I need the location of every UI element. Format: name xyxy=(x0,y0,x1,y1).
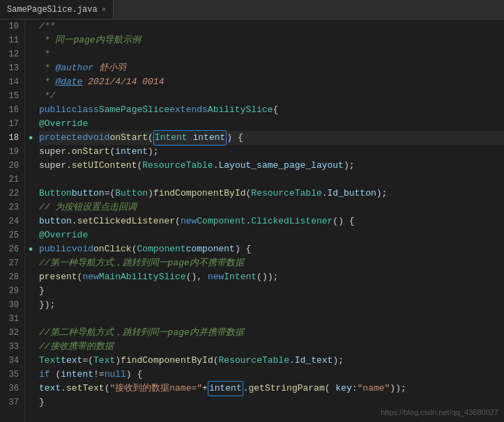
code-line: * @author 舒小羽 xyxy=(39,61,504,75)
line-number: 35 xyxy=(0,368,24,382)
line-number: 37 xyxy=(0,396,24,409)
code-line: //第一种导航方式，跳转到同一page内不携带数据 xyxy=(39,256,504,270)
gutter-cell xyxy=(25,214,36,228)
line-number: 30 xyxy=(0,298,24,312)
line-number: 13 xyxy=(0,61,24,75)
gutter-cell xyxy=(25,368,36,382)
code-line: Button button = (Button) findComponentBy… xyxy=(39,187,504,201)
gutter-cell xyxy=(25,270,36,284)
gutter-cell xyxy=(25,61,36,75)
line-number: 27 xyxy=(0,256,24,270)
code-line: } xyxy=(39,284,504,298)
gutter-cell xyxy=(25,159,36,173)
line-number: 34 xyxy=(0,354,24,368)
line-numbers: 1011121314151617181920212223242526272829… xyxy=(0,19,25,422)
line-number: 18 xyxy=(0,131,24,145)
gutter-cell xyxy=(25,187,36,201)
file-tab[interactable]: SamePageSlice.java × xyxy=(0,0,114,19)
code-line: /** xyxy=(39,19,504,33)
line-number: 36 xyxy=(0,382,24,396)
line-number: 31 xyxy=(0,312,24,326)
gutter-cell xyxy=(25,382,36,396)
line-number: 28 xyxy=(0,270,24,284)
code-line: */ xyxy=(39,89,504,103)
line-number: 26 xyxy=(0,242,24,256)
code-line: * @date 2021/4/14 0014 xyxy=(39,75,504,89)
line-number: 22 xyxy=(0,187,24,201)
code-line: if (intent != null) { xyxy=(39,368,504,382)
gutter-cell xyxy=(25,19,36,33)
gutter-cell xyxy=(25,326,36,340)
gutter-cell xyxy=(25,340,36,354)
gutter-cell xyxy=(25,75,36,89)
code-line: text.setText("接收到的数据name=" + intent.getS… xyxy=(39,382,504,396)
line-number: 15 xyxy=(0,89,24,103)
line-number: 29 xyxy=(0,284,24,298)
code-line: * 同一page内导航示例 xyxy=(39,33,504,47)
line-number: 14 xyxy=(0,75,24,89)
gutter-cell xyxy=(25,298,36,312)
gutter-cell xyxy=(25,354,36,368)
line-number: 19 xyxy=(0,145,24,159)
gutter-cell xyxy=(25,256,36,270)
tab-close[interactable]: × xyxy=(102,6,107,14)
gutter-cell xyxy=(25,117,36,131)
code-line: super.setUIContent(ResourceTable.Layout_… xyxy=(39,159,504,173)
code-line: public void onClick(Component component)… xyxy=(39,242,504,256)
watermark: https://blog.csdn.net/qq_43680027 xyxy=(381,408,498,416)
code-line: }); xyxy=(39,298,504,312)
line-number: 20 xyxy=(0,159,24,173)
gutter-cell xyxy=(25,33,36,47)
gutter-cell xyxy=(25,47,36,61)
tab-filename: SamePageSlice.java xyxy=(7,5,98,15)
line-number: 16 xyxy=(0,103,24,117)
code-line: @Override xyxy=(39,228,504,242)
gutter-cell: ● xyxy=(25,131,36,145)
gutter-cell xyxy=(25,103,36,117)
gutter: ●● xyxy=(25,19,36,422)
gutter-cell: ● xyxy=(25,242,36,256)
line-number: 32 xyxy=(0,326,24,340)
code-line xyxy=(39,312,504,326)
gutter-cell xyxy=(25,396,36,409)
code-line: // 为按钮设置点击回调 xyxy=(39,201,504,214)
code-line: present(new MainAbilitySlice(), new Inte… xyxy=(39,270,504,284)
code-line: button.setClickedListener(new Component.… xyxy=(39,214,504,228)
line-number: 23 xyxy=(0,201,24,214)
editor-container: 1011121314151617181920212223242526272829… xyxy=(0,19,504,422)
line-number: 25 xyxy=(0,228,24,242)
gutter-cell xyxy=(25,284,36,298)
code-line: protected void onStart(Intent intent) { xyxy=(39,131,504,145)
code-line: //第二种导航方式，跳转到同一page内并携带数据 xyxy=(39,326,504,340)
line-number: 10 xyxy=(0,19,24,33)
line-number: 21 xyxy=(0,173,24,187)
code-line: super.onStart(intent); xyxy=(39,145,504,159)
gutter-cell xyxy=(25,312,36,326)
gutter-cell xyxy=(25,201,36,214)
gutter-cell xyxy=(25,89,36,103)
code-line: } xyxy=(39,396,504,409)
code-line: * xyxy=(39,47,504,61)
code-area[interactable]: /** * 同一page内导航示例 * * @author 舒小羽 * @dat… xyxy=(36,19,504,422)
line-number: 33 xyxy=(0,340,24,354)
code-line xyxy=(39,173,504,187)
line-number: 11 xyxy=(0,33,24,47)
gutter-cell xyxy=(25,173,36,187)
gutter-cell xyxy=(25,145,36,159)
code-line: @Override xyxy=(39,117,504,131)
code-line: //接收携带的数据 xyxy=(39,340,504,354)
code-line: public class SamePageSlice extends Abili… xyxy=(39,103,504,117)
code-line: Text text = (Text) findComponentById(Res… xyxy=(39,354,504,368)
tab-bar: SamePageSlice.java × xyxy=(0,0,504,19)
line-number: 17 xyxy=(0,117,24,131)
gutter-cell xyxy=(25,228,36,242)
line-number: 12 xyxy=(0,47,24,61)
line-number: 24 xyxy=(0,214,24,228)
